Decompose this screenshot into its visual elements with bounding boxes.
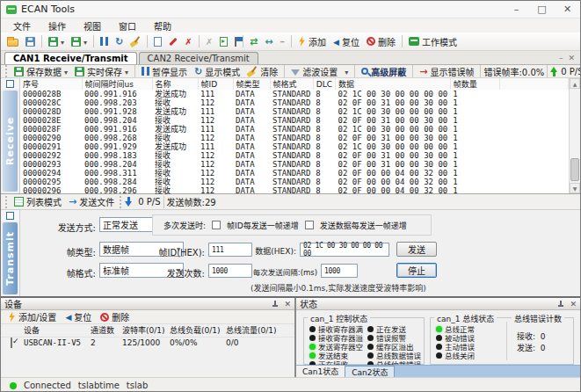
tab-can1[interactable]: CAN1 Receive/Transmit — [4, 52, 137, 64]
cut-button[interactable] — [202, 35, 216, 48]
statusbar-text-2: tslab — [127, 381, 148, 390]
column-header[interactable]: 数据 — [336, 78, 451, 90]
maximize-button[interactable]: □ — [529, 1, 555, 18]
pause-display-button[interactable]: 暂停显示 — [138, 64, 191, 79]
copy-button[interactable] — [216, 36, 231, 47]
device-close-icon[interactable]: ✕ — [284, 300, 291, 309]
device-add-button[interactable]: 添加/设置 — [4, 309, 60, 324]
table-row[interactable]: 0000028D000.991.928发送成功111DATASTANDARD80… — [20, 107, 569, 116]
scroll-up-icon[interactable]: ▲ — [570, 78, 580, 89]
remove-device-button[interactable]: 删除 — [363, 34, 399, 49]
delete-frame-button[interactable] — [181, 35, 195, 48]
scroll-down-icon[interactable]: ▼ — [570, 183, 580, 193]
device-reset-button[interactable]: 复位 — [62, 309, 95, 324]
select-all-cell[interactable] — [1, 78, 19, 89]
table-row[interactable]: 0000028F000.991.916发送成功111DATASTANDARD80… — [20, 125, 569, 134]
pin-icon[interactable] — [272, 301, 279, 308]
collapse-button[interactable] — [276, 35, 288, 48]
transmit-select-cell[interactable] — [1, 210, 19, 221]
select-all-checkbox[interactable] — [6, 80, 14, 88]
menu-item-4[interactable]: 帮助 — [145, 18, 180, 33]
edit-frame-button[interactable] — [165, 36, 181, 47]
new-frame-button[interactable] — [150, 36, 165, 47]
table-row[interactable]: 0000028C000.998.203接收112DATASTANDARD802 … — [20, 98, 569, 107]
menu-item-0[interactable]: 文件 — [4, 18, 40, 33]
table-row[interactable]: 0000028B000.991.916发送成功111DATASTANDARD80… — [20, 90, 569, 98]
table-row[interactable]: 00000290000.998.268接收112DATASTANDARD802 … — [20, 134, 569, 142]
add-device-button[interactable]: 添加 — [294, 34, 330, 49]
show-error-frames-button[interactable]: 显示错误帧 — [416, 64, 477, 79]
column-header[interactable]: 序号 — [20, 78, 82, 90]
send-count-input[interactable]: 1000 — [208, 264, 252, 278]
save-data-button[interactable]: 保存数据 — [11, 64, 71, 79]
work-mode-button[interactable]: 工作模式 — [405, 34, 461, 49]
table-row[interactable]: 00000294000.998.311接收112DATASTANDARD802 … — [20, 169, 569, 178]
realtime-save-button[interactable]: 实时保存 — [71, 64, 132, 79]
tab-can1-status[interactable]: Can1状态 — [296, 366, 345, 377]
refresh-button[interactable] — [112, 35, 127, 48]
column-header[interactable]: DLC — [313, 78, 335, 90]
pane-close-icon[interactable]: ✕ — [568, 54, 575, 62]
connect-button[interactable] — [261, 35, 276, 48]
interval-input[interactable]: 1000 — [321, 264, 358, 278]
column-header[interactable]: 帧ID — [198, 78, 233, 90]
clear-button[interactable] — [127, 35, 144, 47]
pane-minimize-icon[interactable]: – — [559, 54, 563, 62]
menu-item-2[interactable]: 视图 — [75, 18, 110, 33]
tab-can2-status[interactable]: Can2状态 — [345, 366, 395, 377]
column-header[interactable]: 帧间隔时间us — [82, 78, 152, 90]
pause-button[interactable] — [97, 36, 112, 47]
device-header-row: 设备 通道数 波特率(0/1) 总线负载(0/1) 总线流量(0/1) — [1, 324, 294, 337]
stop-button[interactable]: 停止 — [396, 263, 437, 278]
send-button[interactable]: 发送 — [396, 242, 437, 257]
column-header[interactable]: 帧类型 — [233, 78, 270, 90]
frame-format-label: 帧格式: — [33, 266, 96, 279]
menu-item-1[interactable]: 操作 — [40, 18, 75, 33]
clear-list-button[interactable]: 清除 — [243, 64, 281, 79]
close-button[interactable]: ✕ — [555, 1, 580, 18]
list-mode-button[interactable]: 列表模式 — [11, 194, 65, 209]
display-mode-button[interactable]: 显示模式 — [191, 64, 243, 79]
tab-can2[interactable]: CAN2 Receive/Transmit — [139, 52, 258, 64]
receive-side-tab[interactable]: Receive — [3, 91, 18, 192]
filter-dropdown-button[interactable] — [341, 66, 352, 77]
column-header[interactable]: 帧数量 — [450, 78, 499, 90]
list-mode-label: 列表模式 — [26, 195, 62, 208]
inc-data-checkbox[interactable] — [305, 221, 314, 229]
table-row[interactable]: 00000291000.991.929发送成功111DATASTANDARD80… — [20, 142, 569, 151]
export-report-button[interactable] — [68, 35, 91, 48]
minimize-button[interactable]: – — [504, 1, 529, 18]
open-file-button[interactable] — [4, 36, 22, 47]
table-row[interactable]: 00000295000.998.284接收112DATASTANDARD802 … — [20, 178, 569, 186]
transmit-select-checkbox[interactable] — [6, 212, 14, 220]
table-row[interactable]: 0000028E000.998.204接收112DATASTANDARD802 … — [20, 116, 569, 125]
inc-id-checkbox[interactable] — [212, 221, 221, 229]
data-hex-input[interactable]: 02 1C 00 30 00 00 00 00 — [300, 243, 389, 257]
device-col-load: 总线负载(0/1) — [168, 324, 224, 337]
save-button[interactable] — [22, 36, 39, 47]
flag-button[interactable] — [231, 36, 240, 47]
filter-icon — [291, 69, 300, 76]
advanced-mask-button[interactable]: 高级屏蔽 — [358, 64, 410, 79]
device-enabled-checkbox[interactable] — [11, 338, 12, 348]
table-row[interactable]: 00000292000.998.183接收112DATASTANDARD802 … — [20, 151, 569, 160]
transmit-side-tab[interactable]: Transmit — [3, 222, 18, 294]
send-file-button[interactable]: 发送文件 — [65, 194, 118, 209]
receive-toolbar: 保存数据 实时保存 暂停显示 显示模式 清除 滤波设置 高级屏蔽 显示错误帧 错… — [1, 65, 580, 78]
filter-settings-button[interactable]: 滤波设置 — [287, 64, 341, 79]
receive-table: 序号帧间隔时间us名称帧ID帧类型帧格式DLC数据帧数量 0000028B000… — [20, 78, 569, 195]
menu-item-3[interactable]: 窗口 — [110, 18, 145, 33]
column-header[interactable]: 帧格式 — [270, 78, 313, 90]
column-header[interactable]: 名称 — [152, 78, 198, 90]
swap-channels-button[interactable] — [246, 35, 261, 48]
status-close-icon[interactable]: ✕ — [570, 300, 577, 309]
reset-device-button[interactable]: 复位 — [330, 34, 363, 49]
scroll-thumb[interactable] — [570, 158, 579, 181]
pin-icon[interactable] — [557, 301, 564, 308]
export-data-button[interactable] — [45, 35, 68, 48]
frame-id-input[interactable]: 111 — [208, 243, 252, 257]
device-row[interactable]: USBCAN-II-V5 2 125/1000 0%/0% 0/0 — [1, 337, 294, 348]
vertical-scrollbar[interactable]: ▲ ▼ — [569, 78, 580, 193]
device-remove-button[interactable]: 删除 — [97, 309, 133, 324]
table-row[interactable]: 00000293000.998.204接收112DATASTANDARD802 … — [20, 160, 569, 169]
